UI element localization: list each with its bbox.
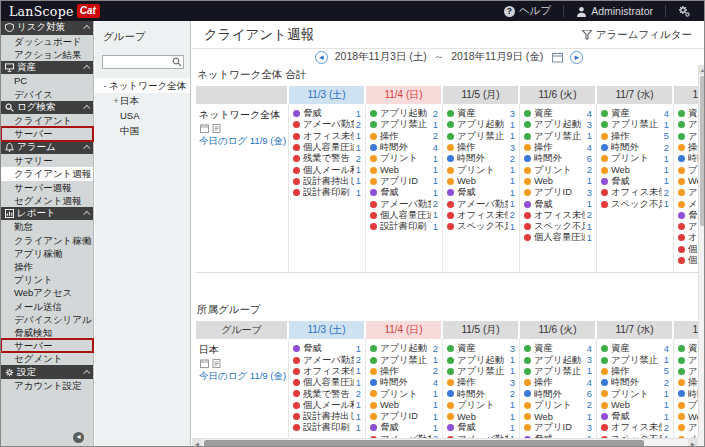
alarm-count-link[interactable]: 1 [433,412,438,422]
alarm-count-link[interactable]: 2 [433,199,438,209]
alarm-count-link[interactable]: 6 [587,154,592,164]
alarm-count-link[interactable]: 1 [356,412,361,422]
horizontal-scrollbar[interactable]: ◀ ▶ [192,438,698,447]
alarm-count-link[interactable]: 2 [664,143,669,153]
alarm-count-link[interactable]: 1 [587,131,592,141]
sidebar-item[interactable]: クライアント稼働 [1,234,93,247]
vertical-scrollbar[interactable]: ▲ [698,65,705,438]
sidebar-collapse-button[interactable]: ◂ [73,432,84,443]
alarm-count-link[interactable]: 2 [510,210,515,220]
next-week-button[interactable]: ▸ [570,51,583,64]
alarm-count-link[interactable]: 5 [664,131,669,141]
group-tree-item[interactable]: -ネットワーク全体 [95,78,190,93]
alarm-count-link[interactable]: 1 [664,176,669,186]
alarm-count-link[interactable]: 1 [510,199,515,209]
sidebar-item[interactable]: アクション結果 [1,48,93,61]
alarm-count-link[interactable]: 3 [587,188,592,198]
group-tree-item[interactable]: USA [95,108,190,123]
alarm-count-link[interactable]: 2 [510,154,515,164]
alarm-count-link[interactable]: 1 [664,412,669,422]
alarm-count-link[interactable]: 3 [510,143,515,153]
sidebar-item[interactable]: Webアクセス [1,286,93,299]
alarm-count-link[interactable]: 2 [433,109,438,119]
user-menu[interactable]: Administrator [564,1,665,21]
alarm-count-link[interactable]: 1 [433,210,438,220]
sidebar-item[interactable]: 操作 [1,260,93,273]
alarm-count-link[interactable]: 1 [356,378,361,388]
settings-button[interactable] [666,1,705,21]
alarm-count-link[interactable]: 2 [664,188,669,198]
alarm-count-link[interactable]: 2 [356,120,361,130]
alarm-count-link[interactable]: 1 [356,366,361,376]
calendar-small-icon[interactable] [200,124,209,133]
alarm-count-link[interactable]: 1 [433,176,438,186]
sidebar-item[interactable]: サマリー [1,154,93,167]
alarm-count-link[interactable]: 4 [664,344,669,354]
alarm-count-link[interactable]: 4 [433,143,438,153]
sidebar-item[interactable]: 勤怠 [1,220,93,233]
alarm-count-link[interactable]: 1 [510,131,515,141]
alarm-count-link[interactable]: 1 [356,188,361,198]
alarm-count-link[interactable]: 1 [510,222,515,232]
export-icon[interactable] [212,124,221,133]
alarm-count-link[interactable]: 1 [510,366,515,376]
sidebar-item[interactable]: ダッシュボード [1,35,93,48]
sidebar-item[interactable]: クライアント [1,114,93,127]
prev-week-button[interactable]: ◂ [315,51,328,64]
alarm-count-link[interactable]: 1 [664,400,669,410]
sidebar-item[interactable]: プリント [1,273,93,286]
scroll-left-arrow[interactable]: ◀ [192,439,202,447]
alarm-count-link[interactable]: 2 [587,400,592,410]
calendar-small-icon[interactable] [200,359,209,368]
alarm-count-link[interactable]: 1 [664,355,669,365]
sidebar-section-header-3[interactable]: アラーム [1,141,93,155]
alarm-count-link[interactable]: 1 [510,412,515,422]
alarm-count-link[interactable]: 1 [433,400,438,410]
sidebar-item[interactable]: デバイス [1,88,93,101]
alarm-count-link[interactable]: 1 [356,176,361,186]
alarm-count-link[interactable]: 1 [587,366,592,376]
alarm-count-link[interactable]: 3 [587,355,592,365]
alarm-count-link[interactable]: 3 [587,423,592,433]
alarm-count-link[interactable]: 1 [356,109,361,119]
alarm-count-link[interactable]: 1 [510,120,515,130]
alarm-count-link[interactable]: 1 [587,412,592,422]
alarm-count-link[interactable]: 1 [587,176,592,186]
alarm-count-link[interactable]: 4 [587,344,592,354]
sidebar-item[interactable]: サーバー [1,339,93,352]
alarm-count-link[interactable]: 1 [510,188,515,198]
alarm-count-link[interactable]: 2 [356,154,361,164]
alarm-count-link[interactable]: 1 [664,199,669,209]
sidebar-item[interactable]: デバイスシリアル [1,313,93,326]
alarm-count-link[interactable]: 2 [356,389,361,399]
alarm-count-link[interactable]: 2 [587,210,592,220]
sidebar-item[interactable]: メール送信 [1,300,93,313]
alarm-count-link[interactable]: 1 [587,222,592,232]
alarm-count-link[interactable]: 1 [356,131,361,141]
alarm-count-link[interactable]: 1 [664,389,669,399]
sidebar-section-header-4[interactable]: レポート [1,207,93,221]
alarm-count-link[interactable]: 1 [433,154,438,164]
alarm-count-link[interactable]: 1 [664,154,669,164]
alarm-count-link[interactable]: 1 [433,423,438,433]
alarm-count-link[interactable]: 1 [510,400,515,410]
alarm-count-link[interactable]: 2 [664,423,669,433]
alarm-count-link[interactable]: 4 [587,109,592,119]
alarm-count-link[interactable]: 1 [510,165,515,175]
calendar-icon[interactable] [552,52,563,63]
alarm-count-link[interactable]: 3 [510,109,515,119]
alarm-count-link[interactable]: 2 [510,389,515,399]
alarm-count-link[interactable]: 1 [433,188,438,198]
alarm-count-link[interactable]: 1 [510,176,515,186]
vertical-scroll-thumb[interactable] [700,76,705,226]
sidebar-section-header-5[interactable]: 設定 [1,365,93,379]
alarm-count-link[interactable]: 1 [433,222,438,232]
alarm-count-link[interactable]: 1 [356,344,361,354]
sidebar-item[interactable]: クライアント週報 [1,167,93,180]
sidebar-section-header-2[interactable]: ログ検索 [1,101,93,115]
sidebar-item[interactable]: サーバー [1,127,93,140]
expand-icon[interactable]: + [112,93,120,108]
sidebar-section-header-0[interactable]: リスク対策 [1,21,93,35]
alarm-count-link[interactable]: 5 [664,366,669,376]
alarm-count-link[interactable]: 3 [510,344,515,354]
